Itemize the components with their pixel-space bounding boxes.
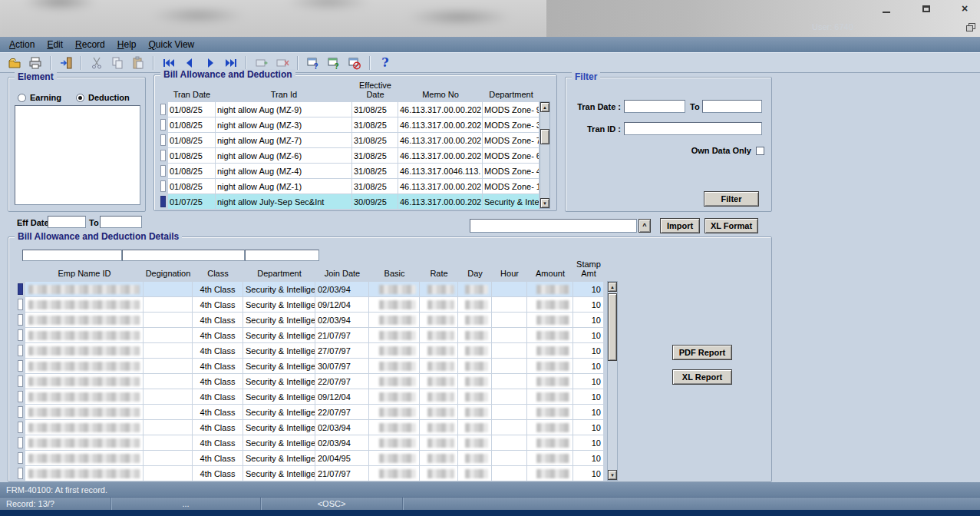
- own-data-only-checkbox[interactable]: [756, 147, 764, 155]
- department-cell: Security & Intelligen: [243, 451, 315, 465]
- record-indicator: [159, 194, 168, 209]
- menu-quick-view[interactable]: Quick View: [142, 38, 200, 51]
- scroll-up-button[interactable]: ▲: [608, 282, 617, 292]
- allowance-row[interactable]: 01/08/25night allow Aug (MZ-6)31/08/2546…: [159, 147, 539, 163]
- eff-date-to-input[interactable]: [100, 216, 142, 228]
- menu-record[interactable]: Record: [69, 38, 111, 51]
- details-scrollbar: ▲ ▼: [607, 281, 618, 481]
- toolbar-separator: [297, 56, 299, 70]
- details-row[interactable]: 4th ClassSecurity & Intelligen21/07/9710: [16, 327, 604, 342]
- department-cell: Security & Intelligen: [243, 359, 315, 373]
- details-row[interactable]: 4th ClassSecurity & Intelligen22/07/9710: [16, 373, 604, 389]
- scroll-thumb[interactable]: [608, 293, 617, 361]
- import-file-input[interactable]: [470, 219, 637, 233]
- pdf-report-button[interactable]: PDF Report: [672, 345, 732, 360]
- record-indicator: [18, 422, 23, 433]
- allowance-row[interactable]: 01/08/25night allow Aug (MZ-3)31/08/2546…: [159, 117, 539, 132]
- details-row[interactable]: 4th ClassSecurity & Intelligen02/03/9410: [16, 312, 604, 327]
- day-redacted: [458, 389, 491, 404]
- scroll-thumb[interactable]: [540, 129, 549, 144]
- scroll-down-button[interactable]: ▼: [540, 198, 549, 208]
- scroll-down-button[interactable]: ▼: [608, 470, 617, 480]
- minimize-button[interactable]: [876, 2, 897, 15]
- record-indicator: [18, 468, 23, 479]
- filter-button[interactable]: Filter: [704, 191, 759, 207]
- menu-action[interactable]: Action: [3, 38, 41, 51]
- details-row[interactable]: 4th ClassSecurity & Intelligen27/07/9710: [16, 342, 604, 358]
- menu-help[interactable]: Help: [111, 38, 143, 51]
- tran-date-cell: 01/08/25: [168, 148, 215, 163]
- execute-query-icon[interactable]: ?: [325, 55, 342, 71]
- deduction-radio-label[interactable]: Deduction: [88, 93, 130, 102]
- amount-redacted: [536, 469, 569, 478]
- record-indicator: [16, 296, 25, 312]
- maximize-button[interactable]: [916, 2, 937, 15]
- save-icon[interactable]: [6, 55, 23, 71]
- tran-id-cell: night allow Aug (MZ-7): [216, 133, 351, 147]
- allowance-row[interactable]: 01/08/25night allow Aug (MZ-9)31/08/2546…: [159, 101, 539, 117]
- tran-id-input[interactable]: [624, 122, 762, 135]
- tran-date-header: Tran Date: [168, 80, 216, 100]
- allowance-row[interactable]: 01/07/25night allow July-Sep Sec&Int30/0…: [159, 194, 539, 209]
- tran-date-from-input[interactable]: [624, 100, 685, 113]
- element-list[interactable]: [15, 105, 140, 205]
- enter-query-icon[interactable]: ?: [305, 55, 322, 71]
- xl-format-button[interactable]: XL Format: [704, 218, 758, 233]
- hour-cell: [492, 282, 526, 296]
- hour-cell: [492, 297, 526, 312]
- join-date-cell: 02/03/94: [315, 435, 368, 450]
- help-icon[interactable]: ?: [377, 55, 394, 71]
- scroll-up-button[interactable]: ▲: [540, 102, 549, 112]
- rate-redacted: [420, 328, 457, 342]
- emp-name-redacted: [28, 346, 140, 356]
- allowance-row[interactable]: 01/08/25night allow Aug (MZ-4)31/08/2546…: [159, 163, 539, 178]
- eff-date-from-input[interactable]: [48, 216, 86, 228]
- tran-date-cell: 01/07/25: [168, 194, 215, 209]
- paste-icon[interactable]: [130, 55, 147, 71]
- details-row[interactable]: 4th ClassSecurity & Intelligen02/03/9410: [16, 435, 604, 450]
- department-cell: MODS Zone- 4: [483, 164, 539, 178]
- copy-icon[interactable]: [109, 55, 126, 71]
- xl-report-button[interactable]: XL Report: [672, 369, 732, 385]
- deduction-radio[interactable]: [76, 94, 84, 102]
- emp-name-redacted: [25, 420, 143, 435]
- close-button[interactable]: ×: [954, 2, 975, 15]
- basic-redacted: [369, 328, 419, 342]
- allowance-row[interactable]: 01/08/25night allow Aug (MZ-7)31/08/2546…: [159, 132, 539, 147]
- import-spin-button[interactable]: ^: [638, 219, 651, 233]
- exit-icon[interactable]: [58, 55, 74, 71]
- details-row[interactable]: 4th ClassSecurity & Intelligen02/03/9410: [16, 419, 604, 435]
- record-indicator: [16, 342, 25, 358]
- join-date-cell: 09/12/04: [315, 389, 368, 404]
- tran-id-cell: night allow Aug (MZ-3): [216, 117, 351, 132]
- details-row[interactable]: 4th ClassSecurity & Intelligen22/07/9710: [16, 404, 604, 419]
- basic-redacted: [379, 331, 416, 340]
- record-indicator: [16, 312, 25, 327]
- record-indicator: [16, 373, 25, 389]
- hour-cell: [492, 328, 526, 342]
- rate-redacted: [420, 343, 457, 358]
- details-row[interactable]: 4th ClassSecurity & Intelligen09/12/0410: [16, 389, 604, 404]
- menu-edit[interactable]: Edit: [41, 38, 69, 51]
- details-row[interactable]: 4th ClassSecurity & Intelligen30/07/9710: [16, 358, 604, 373]
- record-indicator: [16, 389, 25, 404]
- allowance-row[interactable]: 01/08/25night allow Aug (MZ-1)31/08/2546…: [159, 178, 539, 194]
- emp-name-redacted: [28, 362, 140, 371]
- details-row[interactable]: 4th ClassSecurity & Intelligen02/03/9410: [16, 281, 604, 296]
- import-button[interactable]: Import: [660, 218, 700, 233]
- details-row[interactable]: 4th ClassSecurity & Intelligen21/07/9710: [16, 465, 604, 481]
- cut-icon[interactable]: [88, 55, 105, 71]
- stamp-amt-cell: 10: [573, 297, 603, 312]
- department-cell: Security & Intelligen: [243, 297, 315, 312]
- basic-redacted: [379, 285, 416, 294]
- tran-date-to-input[interactable]: [702, 100, 762, 113]
- mdi-restore-button[interactable]: [966, 23, 976, 32]
- details-row[interactable]: 4th ClassSecurity & Intelligen20/04/9510: [16, 450, 604, 465]
- toolbar: ? ? ?: [0, 52, 980, 73]
- day-redacted: [458, 405, 491, 419]
- details-row[interactable]: 4th ClassSecurity & Intelligen09/12/0410: [16, 296, 604, 312]
- print-icon[interactable]: [27, 55, 44, 71]
- earning-radio-label[interactable]: Earning: [30, 93, 61, 102]
- earning-radio[interactable]: [18, 94, 26, 102]
- cancel-query-icon[interactable]: [346, 55, 363, 71]
